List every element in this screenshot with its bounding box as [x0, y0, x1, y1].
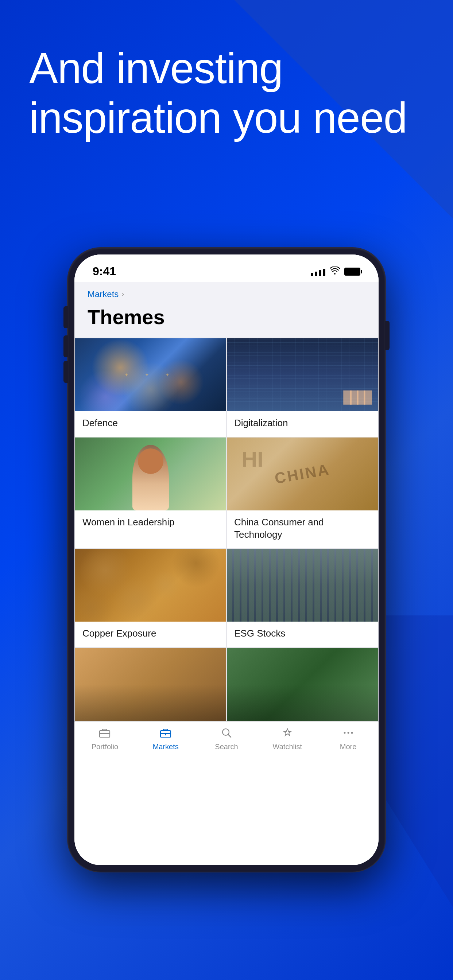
nav-item-search[interactable]: Search [210, 728, 243, 751]
theme-card-china-consumer[interactable]: China Consumer and Technology [227, 438, 378, 548]
markets-label: Markets [153, 743, 179, 751]
theme-card-copper-exposure[interactable]: Copper Exposure [75, 549, 226, 647]
svg-point-7 [344, 732, 345, 734]
theme-label-digitalization: Digitalization [227, 411, 378, 437]
watchlist-label: Watchlist [273, 743, 302, 751]
signal-bars-icon [311, 267, 325, 276]
phone-screen: 9:41 [74, 255, 379, 865]
status-time: 9:41 [93, 265, 116, 278]
breadcrumb[interactable]: Markets › [74, 282, 379, 302]
theme-label-china-consumer: China Consumer and Technology [227, 511, 378, 548]
svg-point-8 [347, 732, 349, 734]
theme-card-defence[interactable]: Defence [75, 338, 226, 437]
theme-image-digitalization [227, 338, 378, 411]
theme-image-copper [75, 549, 226, 622]
theme-card-digitalization[interactable]: Digitalization [227, 338, 378, 437]
nav-item-more[interactable]: More [332, 728, 365, 751]
signal-bar-1 [311, 273, 313, 276]
svg-line-6 [228, 735, 231, 737]
theme-image-china [227, 438, 378, 511]
signal-bar-4 [323, 269, 325, 276]
svg-point-9 [351, 732, 353, 734]
nav-item-portfolio[interactable]: Portfolio [88, 728, 121, 751]
page-title-section: Themes [74, 302, 379, 337]
page-title: Themes [88, 305, 365, 329]
more-label: More [340, 743, 357, 751]
theme-label-esg-stocks: ESG Stocks [227, 622, 378, 647]
signal-bar-2 [315, 272, 317, 276]
theme-image-partial-1 [75, 648, 226, 721]
theme-card-partial-2[interactable] [227, 648, 378, 721]
markets-icon [160, 728, 171, 740]
search-icon [222, 728, 231, 740]
phone-outer: 9:41 [68, 248, 385, 872]
theme-card-esg-stocks[interactable]: ESG Stocks [227, 549, 378, 647]
theme-image-esg [227, 549, 378, 622]
theme-label-copper-exposure: Copper Exposure [75, 622, 226, 647]
phone-mockup: 9:41 [68, 248, 385, 872]
signal-bar-3 [319, 270, 321, 276]
wifi-icon [330, 267, 340, 277]
breadcrumb-markets[interactable]: Markets [88, 289, 118, 299]
portfolio-label: Portfolio [91, 743, 118, 751]
battery-icon [344, 267, 360, 275]
app-content: Markets › Themes Defence [74, 282, 379, 865]
bottom-nav: Portfolio Markets [74, 722, 379, 764]
theme-image-defence [75, 338, 226, 411]
theme-image-partial-2 [227, 648, 378, 721]
theme-card-partial-1[interactable] [75, 648, 226, 721]
status-bar: 9:41 [74, 255, 379, 282]
theme-label-women-leadership: Women in Leadership [75, 511, 226, 536]
breadcrumb-chevron-icon: › [121, 290, 124, 299]
theme-image-women [75, 438, 226, 511]
portfolio-icon [99, 728, 110, 740]
status-icons [311, 267, 360, 277]
watchlist-icon [282, 728, 293, 740]
headline-text: And investing inspiration you need [29, 44, 424, 143]
theme-card-women-leadership[interactable]: Women in Leadership [75, 438, 226, 548]
nav-item-markets[interactable]: Markets [149, 728, 182, 751]
nav-item-watchlist[interactable]: Watchlist [271, 728, 304, 751]
headline-section: And investing inspiration you need [29, 44, 424, 143]
svg-point-4 [165, 734, 166, 735]
more-icon [343, 728, 354, 740]
theme-label-defence: Defence [75, 411, 226, 437]
themes-grid: Defence Digitalization Women in Leadersh… [74, 337, 379, 722]
search-label: Search [215, 743, 238, 751]
